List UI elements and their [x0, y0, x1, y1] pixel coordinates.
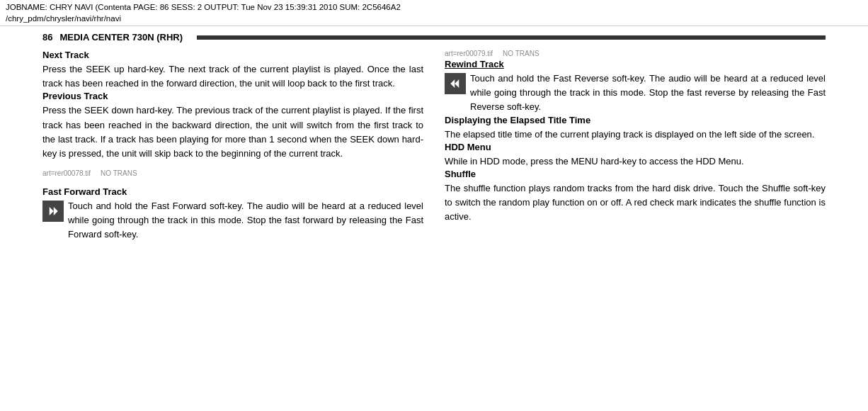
next-track-body: Press the SEEK up hard-key. The next tra…: [42, 62, 423, 91]
ff-no-trans-label: NO TRANS: [101, 169, 137, 177]
right-column: art=rer00079.tif NO TRANS Rewind Track T…: [445, 50, 826, 242]
rewind-no-trans-label: NO TRANS: [503, 50, 539, 57]
fast-forward-icon: [42, 201, 64, 222]
next-track-heading: Next Track: [42, 50, 423, 60]
svg-marker-0: [50, 207, 54, 215]
rewind-art-label: art=rer00079.tif: [445, 50, 493, 57]
hdd-menu-body: While in HDD mode, press the MENU hard-k…: [445, 154, 826, 169]
header-rule: [197, 35, 826, 40]
svg-marker-2: [455, 79, 459, 88]
fast-forward-section: art=rer00078.tif NO TRANS Fast Forward T…: [42, 169, 423, 242]
svg-marker-3: [450, 79, 455, 88]
previous-track-section: Previous Track Press the SEEK down hard-…: [42, 91, 423, 161]
elapsed-title-heading: Displaying the Elapsed Title Time: [445, 115, 826, 125]
shuffle-body: The shuffle function plays random tracks…: [445, 181, 826, 224]
elapsed-title-section: Displaying the Elapsed Title Time The el…: [445, 115, 826, 142]
header-line1: JOBNAME: CHRY NAVI (Contenta PAGE: 86 SE…: [6, 1, 862, 13]
rewind-heading: Rewind Track: [445, 59, 826, 69]
previous-track-heading: Previous Track: [42, 91, 423, 101]
page-content: 86 MEDIA CENTER 730N (RHR) Next Track Pr…: [0, 26, 868, 247]
page-title: MEDIA CENTER 730N (RHR): [59, 32, 183, 43]
rewind-section: art=rer00079.tif NO TRANS Rewind Track T…: [445, 50, 826, 114]
two-column-layout: Next Track Press the SEEK up hard-key. T…: [42, 50, 826, 242]
left-column: Next Track Press the SEEK up hard-key. T…: [42, 50, 423, 242]
header-bar: JOBNAME: CHRY NAVI (Contenta PAGE: 86 SE…: [0, 0, 868, 26]
hdd-menu-heading: HDD Menu: [445, 142, 826, 152]
previous-track-body: Press the SEEK down hard-key. The previo…: [42, 103, 423, 161]
fast-forward-body: Touch and hold the Fast Forward soft-key…: [68, 199, 423, 242]
ff-art-label: art=rer00078.tif: [42, 169, 91, 177]
shuffle-section: Shuffle The shuffle function plays rando…: [445, 169, 826, 224]
page-header: 86 MEDIA CENTER 730N (RHR): [42, 32, 826, 43]
rewind-icon-text: Touch and hold the Fast Reverse soft-key…: [445, 72, 826, 114]
fast-forward-heading: Fast Forward Track: [42, 186, 423, 197]
elapsed-title-body: The elapsed title time of the current pl…: [445, 128, 826, 142]
header-line2: /chry_pdm/chrysler/navi/rhr/navi: [6, 13, 862, 24]
rewind-icon: [445, 73, 466, 94]
shuffle-heading: Shuffle: [445, 169, 826, 179]
svg-marker-1: [54, 207, 58, 215]
ff-icon-text: Touch and hold the Fast Forward soft-key…: [42, 199, 423, 242]
hdd-menu-section: HDD Menu While in HDD mode, press the ME…: [445, 142, 826, 169]
rewind-body: Touch and hold the Fast Reverse soft-key…: [470, 72, 826, 114]
page-number: 86: [42, 32, 52, 43]
next-track-section: Next Track Press the SEEK up hard-key. T…: [42, 50, 423, 91]
